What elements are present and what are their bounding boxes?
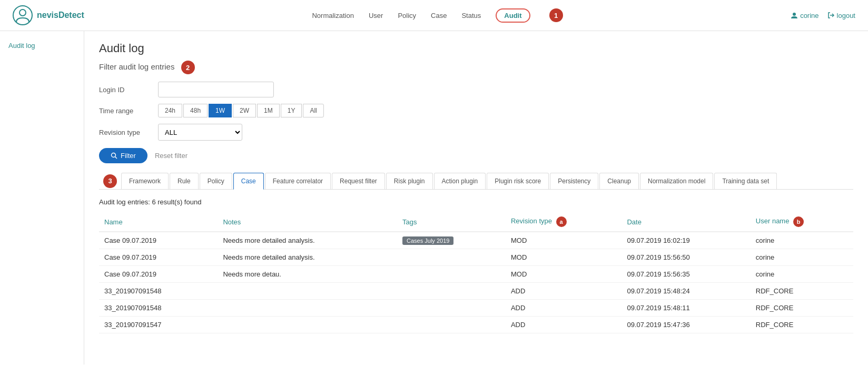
cell-date: 09.07.2019 15:47:36 xyxy=(622,317,750,333)
cell-date: 09.07.2019 15:48:11 xyxy=(622,300,750,317)
sidebar: Audit log xyxy=(0,31,84,364)
time-range-row: Time range 24h 48h 1W 2W 1M 1Y All xyxy=(99,104,853,117)
filter-title: Filter audit log entries 2 xyxy=(99,61,853,74)
search-icon xyxy=(111,152,117,159)
logout-label[interactable]: logout xyxy=(837,12,855,19)
cell-name: 33_201907091548 xyxy=(99,283,218,300)
tab-training-data-set[interactable]: Training data set xyxy=(714,173,777,189)
tab-plugin-risk-score[interactable]: Plugin risk score xyxy=(487,173,549,189)
time-btn-2w[interactable]: 2W xyxy=(233,104,256,117)
cell-tags xyxy=(397,300,506,317)
cell-tags: Cases July 2019 xyxy=(397,232,506,249)
tab-policy[interactable]: Policy xyxy=(200,173,232,189)
col-revision-type: Revision type a xyxy=(506,212,622,232)
tab-feature-correlator[interactable]: Feature correlator xyxy=(265,173,331,189)
logout-area[interactable]: logout xyxy=(827,12,855,19)
cell-username: corine xyxy=(751,249,853,266)
time-btn-1w[interactable]: 1W xyxy=(209,104,232,117)
cell-name: 33_201907091548 xyxy=(99,300,218,317)
nav-case[interactable]: Case xyxy=(431,12,447,19)
filter-title-text: Filter audit log entries xyxy=(99,62,174,71)
cell-date: 09.07.2019 15:56:35 xyxy=(622,266,750,283)
cell-revision-type: ADD xyxy=(506,300,622,317)
col-name: Name xyxy=(99,212,218,232)
nav-status[interactable]: Status xyxy=(461,12,481,19)
cell-username: corine xyxy=(751,266,853,283)
user-icon xyxy=(791,12,798,19)
cell-revision-type: ADD xyxy=(506,317,622,333)
username-label: corine xyxy=(800,12,818,19)
cell-notes xyxy=(218,300,397,317)
cell-username: corine xyxy=(751,232,853,249)
page-title: Audit log xyxy=(99,42,853,55)
filter-section: Filter audit log entries 2 Login ID Time… xyxy=(99,61,853,163)
main-content: Audit log Filter audit log entries 2 Log… xyxy=(84,31,868,364)
table-row: 33_201907091547 ADD 09.07.2019 15:47:36 … xyxy=(99,317,853,333)
tab-risk-plugin[interactable]: Risk plugin xyxy=(386,173,433,189)
tab-case[interactable]: Case xyxy=(233,173,264,190)
filter-actions: Filter Reset filter xyxy=(99,148,853,163)
login-id-input[interactable] xyxy=(158,82,274,97)
cell-revision-type: MOD xyxy=(506,232,622,249)
nav-normalization[interactable]: Normalization xyxy=(312,12,353,19)
login-id-row: Login ID xyxy=(99,82,853,97)
layout: Audit log Audit log Filter audit log ent… xyxy=(0,31,868,364)
nav-user[interactable]: User xyxy=(369,12,383,19)
col-notes: Notes xyxy=(218,212,397,232)
cell-revision-type: ADD xyxy=(506,283,622,300)
cell-revision-type: MOD xyxy=(506,249,622,266)
svg-line-5 xyxy=(115,157,117,159)
table-row: 33_201907091548 ADD 09.07.2019 15:48:11 … xyxy=(99,300,853,317)
cell-name: 33_201907091547 xyxy=(99,317,218,333)
filter-button[interactable]: Filter xyxy=(99,148,147,163)
tab-normalization-model[interactable]: Normalization model xyxy=(640,173,713,189)
annotation-b: b xyxy=(793,216,804,227)
tab-action-plugin[interactable]: Action plugin xyxy=(434,173,486,189)
cell-tags xyxy=(397,249,506,266)
cell-username: RDF_CORE xyxy=(751,283,853,300)
time-btn-24h[interactable]: 24h xyxy=(158,104,182,117)
table-row: Case 09.07.2019 Needs more detau. MOD 09… xyxy=(99,266,853,283)
cell-notes xyxy=(218,283,397,300)
step-badge-1: 1 xyxy=(549,8,563,22)
nav-policy[interactable]: Policy xyxy=(398,12,416,19)
cell-tags xyxy=(397,283,506,300)
step-badge-2: 2 xyxy=(181,61,195,74)
cell-name: Case 09.07.2019 xyxy=(99,249,218,266)
time-btn-1y[interactable]: 1Y xyxy=(281,104,302,117)
filter-button-label: Filter xyxy=(121,152,136,160)
table-row: Case 09.07.2019 Needs more detailed anal… xyxy=(99,232,853,249)
revision-type-select[interactable]: ALL ADD MOD DEL xyxy=(158,124,242,141)
time-btn-all[interactable]: All xyxy=(303,104,323,117)
tab-cleanup[interactable]: Cleanup xyxy=(599,173,639,189)
svg-point-2 xyxy=(793,13,796,16)
col-tags: Tags xyxy=(397,212,506,232)
time-btn-1m[interactable]: 1M xyxy=(257,104,280,117)
sidebar-audit-log[interactable]: Audit log xyxy=(8,42,35,50)
svg-point-4 xyxy=(112,153,116,157)
cell-tags xyxy=(397,266,506,283)
cell-date: 09.07.2019 15:48:24 xyxy=(622,283,750,300)
col-date: Date xyxy=(622,212,750,232)
reset-filter-link[interactable]: Reset filter xyxy=(155,152,188,160)
cell-name: Case 09.07.2019 xyxy=(99,232,218,249)
cell-notes: Needs more detau. xyxy=(218,266,397,283)
time-range-group: 24h 48h 1W 2W 1M 1Y All xyxy=(158,104,324,117)
step-badge-3: 3 xyxy=(103,174,117,188)
svg-point-1 xyxy=(19,9,26,16)
revision-type-row: Revision type ALL ADD MOD DEL xyxy=(99,124,853,141)
table-row: Case 09.07.2019 Needs more detailed anal… xyxy=(99,249,853,266)
time-btn-48h[interactable]: 48h xyxy=(183,104,208,117)
tab-rule[interactable]: Rule xyxy=(170,173,199,189)
cell-date: 09.07.2019 15:56:50 xyxy=(622,249,750,266)
audit-table: Name Notes Tags Revision type a Date xyxy=(99,212,853,333)
nav-audit[interactable]: Audit xyxy=(496,8,530,23)
cell-revision-type: MOD xyxy=(506,266,622,283)
cell-notes: Needs more detailed analysis. xyxy=(218,232,397,249)
tab-request-filter[interactable]: Request filter xyxy=(332,173,385,189)
results-count: Audit log entries: 6 result(s) found xyxy=(99,198,853,206)
cell-username: RDF_CORE xyxy=(751,300,853,317)
tab-framework[interactable]: Framework xyxy=(121,173,169,189)
tab-persistency[interactable]: Persistency xyxy=(550,173,598,189)
cell-name: Case 09.07.2019 xyxy=(99,266,218,283)
